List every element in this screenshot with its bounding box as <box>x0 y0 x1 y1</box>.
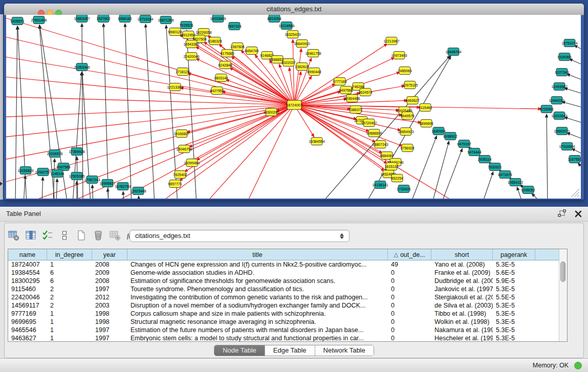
table-row[interactable]: 1830029562008Estimation of significance … <box>8 277 559 285</box>
graph-node[interactable]: 9215955 <box>539 105 553 113</box>
graph-node[interactable]: 16654923 <box>398 128 413 136</box>
graph-node[interactable]: 9463627 <box>405 97 419 104</box>
graph-node[interactable]: 1167553 <box>568 156 581 163</box>
graph-node[interactable]: 15692071 <box>554 127 570 135</box>
graph-node[interactable]: 8938922 <box>443 133 457 140</box>
graph-node[interactable]: 16033809 <box>210 15 226 23</box>
graph-node[interactable]: 9777169 <box>333 78 346 85</box>
graph-node[interactable]: 8990448 <box>307 68 321 76</box>
delete-table-icon[interactable] <box>109 229 121 242</box>
graph-node[interactable]: 852254 <box>391 174 403 182</box>
tab-node-table[interactable]: Node Table <box>214 345 265 356</box>
graph-node[interactable]: 19218586 <box>278 22 294 30</box>
graph-node[interactable]: 9329366 <box>557 53 571 61</box>
network-view-window[interactable]: citations_edges.txt 94055712769140610653… <box>4 4 584 200</box>
graph-node[interactable]: 8427552 <box>210 87 224 95</box>
graph-node[interactable]: 1527602 <box>96 15 110 23</box>
canvas-resize-grip-icon[interactable] <box>571 189 579 197</box>
graph-node[interactable]: 15751074 <box>561 39 577 47</box>
graph-node[interactable]: 12975115 <box>402 81 418 89</box>
graph-node[interactable]: 9115460 <box>419 104 432 112</box>
graph-node[interactable]: 9649578 <box>400 112 414 120</box>
graph-node[interactable]: 9497568 <box>339 86 353 94</box>
graph-node[interactable]: 8454749 <box>245 47 258 55</box>
graph-node[interactable]: 18325419 <box>285 31 300 38</box>
graph-node[interactable]: 8322037 <box>281 59 295 67</box>
graph-node[interactable]: 19166827 <box>173 130 189 138</box>
panel-collapse-arrow-icon[interactable] <box>0 182 3 186</box>
graph-node[interactable]: 16961758 <box>305 50 321 57</box>
scrollbar-thumb[interactable] <box>560 261 565 282</box>
table-row[interactable]: 1872400712008Changes of HCN gene express… <box>8 260 559 269</box>
column-header-in_degree[interactable]: in_degree <box>47 249 92 260</box>
graph-node[interactable]: 8813054 <box>267 15 281 23</box>
graph-node[interactable]: 9227343 <box>555 69 569 76</box>
graph-node[interactable]: 10654112 <box>508 179 524 186</box>
graph-node[interactable]: 7485063 <box>398 67 411 75</box>
graph-node[interactable]: 1615132 <box>384 163 398 170</box>
graph-node[interactable]: 10688609 <box>366 129 382 137</box>
graph-node[interactable]: 21053346 <box>74 63 90 71</box>
graph-node[interactable]: 7632621 <box>488 163 502 171</box>
graph-node[interactable]: 19384554 <box>309 138 324 145</box>
new-column-icon[interactable] <box>75 229 88 242</box>
graph-node[interactable]: 9245052 <box>521 186 535 194</box>
graph-node[interactable]: 3624574 <box>358 89 372 96</box>
table-row[interactable]: 946362711997Embryonic stem cells: a mode… <box>8 334 559 341</box>
graph-node[interactable]: 15720407 <box>361 119 377 127</box>
graph-node[interactable]: 2935114 <box>478 156 492 163</box>
table-vertical-scrollbar[interactable] <box>559 249 567 341</box>
graph-hub-node[interactable]: 18724007 <box>286 100 302 110</box>
table-row[interactable]: 2242004622012Investigating the contribut… <box>8 293 559 301</box>
graph-node[interactable]: 7515526 <box>179 21 193 29</box>
graph-node[interactable]: 15046756 <box>176 145 192 153</box>
column-header-year[interactable]: year <box>92 249 127 260</box>
graph-node[interactable]: 10719184 <box>137 15 153 23</box>
graph-node[interactable]: 12923448 <box>130 187 146 195</box>
table-row[interactable]: 946554611997Estimation of the future num… <box>8 326 559 334</box>
graph-node[interactable]: 12505185 <box>69 172 84 180</box>
graph-node[interactable]: 13156829 <box>17 167 33 174</box>
graph-node[interactable]: 9474444 <box>467 148 481 156</box>
tab-network-table[interactable]: Network Table <box>315 345 374 356</box>
graph-node[interactable]: 12042757 <box>35 168 51 176</box>
graph-node[interactable]: 27691406 <box>31 16 47 24</box>
column-header-short[interactable]: short <box>431 249 493 260</box>
graph-node[interactable]: 7857224 <box>227 23 241 30</box>
network-canvas[interactable]: 9405571276914061065328715276029466160107… <box>6 15 581 199</box>
row-checks-icon[interactable] <box>41 229 54 242</box>
graph-node[interactable]: 12093582 <box>551 83 567 91</box>
graph-node[interactable]: 6899695 <box>419 120 433 127</box>
graph-node[interactable]: 22420046 <box>183 53 199 60</box>
table-row[interactable]: 1938455462009Genome-wide association stu… <box>8 269 559 277</box>
tab-edge-table[interactable]: Edge Table <box>265 345 315 356</box>
graph-node[interactable]: 12444151 <box>549 97 564 104</box>
graph-node[interactable]: 2803144 <box>214 74 228 82</box>
column-header-out_de[interactable]: △out_de... <box>388 249 431 260</box>
graph-node[interactable]: 16782759 <box>115 183 130 190</box>
graph-node[interactable]: 17957243 <box>84 176 100 184</box>
graph-node[interactable]: 1362615 <box>295 63 309 71</box>
graph-node[interactable]: 17016504 <box>559 143 575 150</box>
column-chooser-icon[interactable] <box>25 229 37 242</box>
graph-node[interactable]: 16099481 <box>184 159 200 167</box>
graph-node[interactable]: 14136141 <box>372 181 388 189</box>
graph-node[interactable]: 16543382 <box>183 40 199 48</box>
graph-node[interactable]: 2718126 <box>176 68 189 76</box>
table-row[interactable]: 969969511998Structural magnetic resonanc… <box>8 318 559 326</box>
graph-node[interactable]: 9756928 <box>400 144 414 152</box>
graph-node[interactable]: 18807243 <box>372 141 388 148</box>
graph-node[interactable]: 1733426 <box>397 185 410 193</box>
graph-node[interactable]: 10210643 <box>551 112 567 120</box>
graph-node[interactable]: 1145194 <box>51 170 64 178</box>
graph-node[interactable]: 12213383 <box>167 83 183 91</box>
close-panel-icon[interactable] <box>574 209 583 218</box>
table-row[interactable]: 1456911722003Disruption of a novel membe… <box>8 301 559 310</box>
graph-node[interactable]: 1640954 <box>431 127 445 135</box>
graph-node[interactable]: 10995817 <box>99 180 115 187</box>
table-row[interactable]: 911546021997Tourette syndrome. Phenomeno… <box>8 285 559 293</box>
graph-node[interactable]: 18640910 <box>294 40 310 48</box>
table-chooser-combo[interactable]: citations_edges.txt <box>129 230 350 242</box>
network-window-titlebar[interactable]: citations_edges.txt <box>4 4 584 15</box>
table-settings-icon[interactable] <box>8 229 20 242</box>
